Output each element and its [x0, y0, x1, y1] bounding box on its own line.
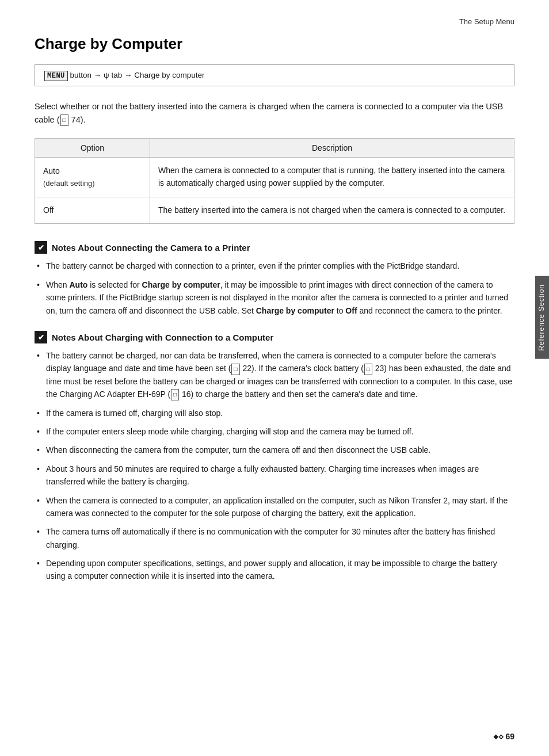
check-icon-1: ✔ [35, 241, 47, 254]
ref-icon-16: □ [171, 389, 179, 400]
intro-paragraph: Select whether or not the battery insert… [35, 100, 514, 127]
ref-icon-74: □ [60, 114, 68, 126]
page-number: 69 [505, 732, 514, 741]
description-auto: When the camera is connected to a comput… [150, 158, 514, 197]
note-computer-section: ✔ Notes About Charging with Connection t… [35, 331, 514, 583]
list-item: The battery cannot be charged with conne… [35, 259, 514, 272]
option-auto-default: (default setting) [43, 178, 142, 189]
menu-keyword: MENU [44, 71, 68, 81]
bold-charge-by-computer-2: Charge by computer [256, 306, 334, 315]
note1-heading: Notes About Connecting the Camera to a P… [52, 243, 250, 253]
note-printer-section: ✔ Notes About Connecting the Camera to a… [35, 241, 514, 317]
menu-path-box: MENU button → ψ tab → Charge by computer [35, 64, 514, 86]
list-item: The battery cannot be charged, nor can d… [35, 349, 514, 401]
ref-icon-23: □ [364, 364, 372, 375]
list-item: If the computer enters sleep mode while … [35, 425, 514, 438]
reference-section-tab: Reference Section [535, 276, 549, 359]
bold-auto: Auto [69, 280, 87, 289]
table-header-description: Description [150, 139, 514, 158]
list-item: About 3 hours and 50 minutes are require… [35, 463, 514, 488]
list-item: When the camera is connected to a comput… [35, 494, 514, 520]
list-item: When Auto is selected for Charge by comp… [35, 278, 514, 317]
option-off: Off [43, 204, 142, 217]
options-table: Option Description Auto (default setting… [35, 138, 514, 224]
page-title: Charge by Computer [35, 35, 514, 53]
page-footer: ⬥⬦ 69 [493, 730, 514, 742]
note1-bullet-list: The battery cannot be charged with conne… [35, 259, 514, 317]
note2-bullet-list: The battery cannot be charged, nor can d… [35, 349, 514, 583]
list-item: If the camera is turned off, charging wi… [35, 407, 514, 419]
check-icon-2: ✔ [35, 331, 47, 343]
table-row: Off The battery inserted into the camera… [35, 197, 514, 224]
option-auto: Auto [43, 165, 142, 178]
page-icon: ⬥⬦ [493, 730, 503, 742]
table-row: Auto (default setting) When the camera i… [35, 158, 514, 197]
menu-path-text: button → ψ tab → Charge by computer [70, 71, 205, 79]
list-item: Depending upon computer specifications, … [35, 557, 514, 583]
bold-charge-by-computer: Charge by computer [142, 280, 220, 289]
description-off: The battery inserted into the camera is … [150, 197, 514, 224]
note2-heading: Notes About Charging with Connection to … [52, 333, 273, 342]
bold-off: Off [345, 306, 357, 315]
list-item: The camera turns off automatically if th… [35, 525, 514, 551]
table-header-option: Option [35, 139, 150, 158]
list-item: When disconnecting the camera from the c… [35, 444, 514, 456]
section-label: The Setup Menu [35, 17, 514, 26]
ref-icon-22: □ [231, 364, 239, 375]
